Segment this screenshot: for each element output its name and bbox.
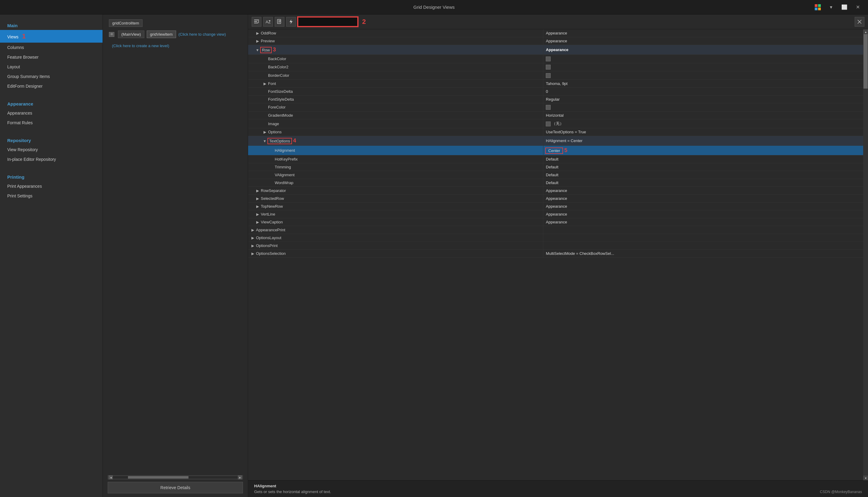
table-row[interactable]: ▶OptionsSelectionMultiSelectMode = Check… bbox=[248, 250, 863, 258]
sidebar-item-feature-browser[interactable]: Feature Browser bbox=[0, 52, 102, 62]
table-row[interactable]: TrimmingDefault bbox=[248, 163, 863, 171]
expand-icon[interactable]: ▶ bbox=[263, 82, 267, 86]
table-row[interactable]: ▶AppearancePrint bbox=[248, 226, 863, 234]
table-row[interactable]: ▶OptionsPrint bbox=[248, 242, 863, 250]
svg-marker-14 bbox=[290, 19, 292, 24]
view-label[interactable]: (MainView) bbox=[118, 30, 144, 38]
table-row[interactable]: ▶OptionsLayout bbox=[248, 234, 863, 242]
sidebar-section-printing: Printing Print Appearances Print Setting… bbox=[0, 172, 102, 201]
click-change-view[interactable]: (Click here to change view) bbox=[179, 32, 226, 37]
breadcrumb-root[interactable]: gridControlItem bbox=[109, 19, 142, 27]
table-row[interactable]: ▶SelectedRowAppearance bbox=[248, 195, 863, 202]
table-row[interactable]: ▼Row3Appearance bbox=[248, 45, 863, 55]
sidebar-item-print-settings[interactable]: Print Settings bbox=[0, 191, 102, 201]
status-bar: HAlignment Gets or sets the horizontal a… bbox=[248, 480, 868, 497]
table-row[interactable]: ▶TopNewRowAppearance bbox=[248, 202, 863, 210]
table-row[interactable]: ▶ViewCaptionAppearance bbox=[248, 218, 863, 226]
svg-rect-6 bbox=[254, 23, 258, 23]
sidebar-item-columns[interactable]: Columns bbox=[0, 43, 102, 52]
table-row[interactable]: BorderColor bbox=[248, 71, 863, 80]
table-row[interactable]: GradientModeHorizontal bbox=[248, 112, 863, 119]
table-row[interactable]: ▶OptionsUseTextOptions = True bbox=[248, 128, 863, 136]
table-row[interactable]: HotKeyPrefixDefault bbox=[248, 155, 863, 163]
table-row[interactable]: FontStyleDeltaRegular bbox=[248, 95, 863, 103]
toolbar-close-btn[interactable] bbox=[855, 17, 864, 27]
sidebar-section-main: Main Views 1 Columns Feature Browser Lay… bbox=[0, 20, 102, 91]
expand-icon[interactable]: ▶ bbox=[250, 236, 255, 240]
table-row[interactable]: ▶OddRowAppearance bbox=[248, 29, 863, 37]
view-item-bar: ⊞ (MainView) gridViewItem (Click here to… bbox=[103, 29, 248, 41]
expand-icon[interactable]: ▶ bbox=[256, 189, 260, 193]
breadcrumb-bar: gridControlItem bbox=[103, 15, 248, 29]
appearance-search-input[interactable]: Appearance bbox=[298, 17, 358, 27]
table-row[interactable]: ▶RowSeparatorAppearance bbox=[248, 187, 863, 195]
scroll-thumb-v[interactable] bbox=[864, 34, 868, 88]
table-row[interactable]: HAlignmentCenter5 bbox=[248, 146, 863, 155]
table-row[interactable]: VAlignmentDefault bbox=[248, 171, 863, 179]
svg-rect-4 bbox=[254, 20, 259, 20]
expand-icon[interactable]: ▶ bbox=[256, 220, 260, 224]
window-title: Grid Designer Views bbox=[413, 4, 454, 10]
expand-icon[interactable]: ▶ bbox=[256, 212, 260, 216]
scroll-up-btn[interactable]: ▴ bbox=[863, 29, 868, 34]
app-icon-btn[interactable] bbox=[814, 3, 822, 12]
toolbar-lightning-btn[interactable] bbox=[286, 17, 296, 27]
badge-1: 1 bbox=[22, 32, 26, 40]
dropdown-btn[interactable]: ▾ bbox=[827, 3, 835, 12]
expand-icon[interactable]: ▶ bbox=[256, 31, 260, 36]
expand-icon[interactable]: ▶ bbox=[256, 204, 260, 209]
sidebar-item-editform-designer[interactable]: EditForm Designer bbox=[0, 81, 102, 91]
expand-icon[interactable]: ▶ bbox=[250, 228, 255, 232]
props-scroll-inner: ▶OddRowAppearance▶PreviewAppearance▼Row3… bbox=[248, 29, 863, 480]
sidebar-item-views[interactable]: Views 1 bbox=[0, 30, 102, 43]
expand-icon[interactable]: ▼ bbox=[263, 139, 267, 143]
sidebar-item-print-appearances[interactable]: Print Appearances bbox=[0, 181, 102, 191]
props-scroll-container: ▶OddRowAppearance▶PreviewAppearance▼Row3… bbox=[248, 29, 868, 480]
toolbar-properties-btn[interactable] bbox=[252, 17, 261, 27]
status-prop-name: HAlignment bbox=[254, 484, 862, 488]
retrieve-details-button[interactable]: Retrieve Details bbox=[108, 482, 243, 493]
table-row[interactable]: ▼TextOptions4HAlignment = Center bbox=[248, 136, 863, 146]
restore-btn[interactable]: ⬜ bbox=[840, 3, 849, 12]
expand-icon[interactable]: ▶ bbox=[250, 252, 255, 256]
expand-icon[interactable]: ▶ bbox=[263, 130, 267, 134]
sidebar-item-group-summary[interactable]: Group Summary Items bbox=[0, 72, 102, 81]
expand-icon[interactable]: ▼ bbox=[256, 48, 260, 52]
scroll-thumb[interactable] bbox=[128, 476, 189, 479]
scroll-right-btn[interactable]: ▸ bbox=[238, 475, 242, 480]
scroll-left-btn[interactable]: ◂ bbox=[109, 475, 113, 480]
right-scrollbar: ▴ ▾ bbox=[863, 29, 868, 480]
sidebar-item-view-repository[interactable]: View Repository bbox=[0, 145, 102, 155]
table-row[interactable]: WordWrapDefault bbox=[248, 179, 863, 187]
sidebar-section-title-main: Main bbox=[0, 20, 102, 30]
center-content bbox=[103, 48, 248, 472]
table-icon: ⊞ bbox=[109, 32, 114, 37]
table-row[interactable]: ▶PreviewAppearance bbox=[248, 37, 863, 45]
svg-rect-5 bbox=[254, 21, 257, 22]
table-row[interactable]: ▶VertLineAppearance bbox=[248, 210, 863, 218]
expand-icon[interactable]: ▶ bbox=[256, 197, 260, 201]
close-btn[interactable]: ✕ bbox=[853, 3, 862, 12]
table-row[interactable]: FontSizeDelta0 bbox=[248, 87, 863, 95]
toolbar-sort-btn[interactable]: AZ bbox=[263, 17, 273, 27]
table-row[interactable]: ForeColor bbox=[248, 103, 863, 112]
sidebar-item-layout[interactable]: Layout bbox=[0, 62, 102, 72]
sidebar-item-inplace-editor-repository[interactable]: In-place Editor Repository bbox=[0, 155, 102, 164]
expand-icon[interactable]: ▶ bbox=[256, 39, 260, 43]
horizontal-scrollbar[interactable]: ◂ ▸ bbox=[108, 475, 243, 480]
svg-rect-11 bbox=[278, 20, 280, 21]
scroll-down-btn[interactable]: ▾ bbox=[863, 475, 868, 480]
table-row[interactable]: BackColor bbox=[248, 55, 863, 63]
sidebar-section-appearance: Appearance Appearances Format Rules bbox=[0, 99, 102, 128]
sidebar-item-format-rules[interactable]: Format Rules bbox=[0, 118, 102, 128]
sidebar-item-appearances[interactable]: Appearances bbox=[0, 108, 102, 118]
table-row[interactable]: BackColor2 bbox=[248, 63, 863, 71]
table-row[interactable]: Image（无） bbox=[248, 119, 863, 128]
item-label[interactable]: gridViewItem bbox=[147, 30, 176, 38]
table-row[interactable]: ▶FontTahoma, 9pt bbox=[248, 80, 863, 87]
center-footer: ◂ ▸ Retrieve Details bbox=[103, 472, 248, 497]
watermark: CSDN @MonkeyBananas bbox=[820, 490, 862, 494]
toolbar-pages-btn[interactable] bbox=[275, 17, 285, 27]
scroll-track-v bbox=[863, 34, 868, 475]
expand-icon[interactable]: ▶ bbox=[250, 244, 255, 248]
